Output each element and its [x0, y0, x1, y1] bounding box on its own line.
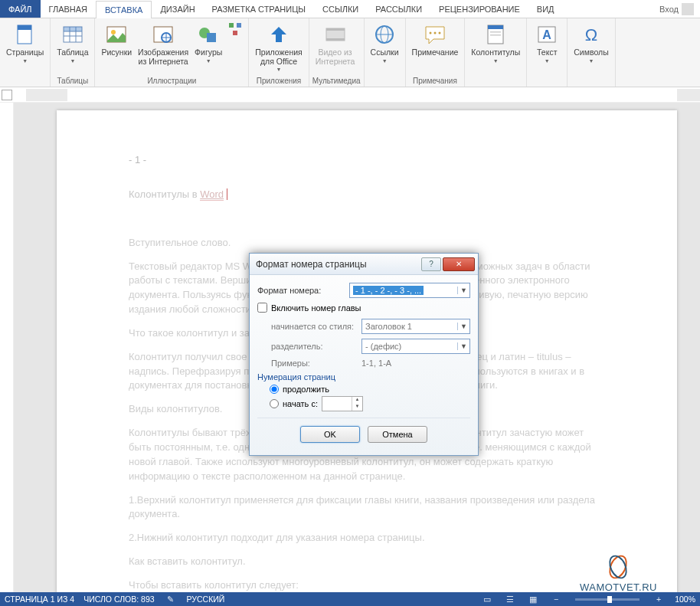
- svg-point-34: [607, 553, 630, 581]
- links-icon: [372, 22, 397, 47]
- online-pictures-label: Изображения из Интернета: [138, 48, 188, 66]
- watermark-icon: [604, 552, 633, 581]
- smartart-button[interactable]: [225, 20, 245, 40]
- comment-button[interactable]: Примечание: [409, 20, 462, 60]
- format-label: Формат номера:: [257, 286, 345, 295]
- online-pictures-button[interactable]: Изображения из Интернета: [135, 20, 191, 68]
- apps-label: Приложения для Office: [255, 48, 302, 66]
- pictures-icon: [104, 22, 129, 47]
- text-icon: A: [535, 22, 559, 47]
- tab-mailings[interactable]: РАССЫЛКИ: [367, 0, 430, 18]
- number-format-combo[interactable]: - 1 -, - 2 -, - 3 -, ... ▼: [349, 283, 470, 298]
- table-label: Таблица: [57, 48, 88, 57]
- tab-layout[interactable]: РАЗМЕТКА СТРАНИЦЫ: [204, 0, 314, 18]
- text-button[interactable]: A Текст ▼: [530, 20, 564, 66]
- style-label: начинается со стиля:: [271, 322, 357, 331]
- pictures-button[interactable]: Рисунки: [98, 20, 135, 60]
- dialog-title: Формат номера страницы: [256, 259, 420, 270]
- apps-button[interactable]: Приложения для Office ▼: [252, 20, 305, 74]
- zoom-out-icon[interactable]: −: [549, 594, 563, 604]
- ruler-scale: [26, 89, 700, 101]
- web-layout-icon[interactable]: ▦: [526, 594, 540, 604]
- document-title: Колонтитулы в Word: [129, 188, 605, 202]
- tab-design[interactable]: ДИЗАЙН: [152, 0, 203, 18]
- chapter-style-combo[interactable]: Заголовок 1 ▼: [361, 319, 470, 334]
- zoom-in-icon[interactable]: +: [652, 594, 666, 604]
- ok-button[interactable]: OK: [300, 426, 360, 443]
- pages-button[interactable]: Страницы ▼: [3, 20, 47, 66]
- svg-rect-1: [18, 25, 31, 30]
- links-button[interactable]: Ссылки ▼: [368, 20, 402, 66]
- header-footer-button[interactable]: Колонтитулы ▼: [468, 20, 523, 66]
- vertical-ruler[interactable]: [0, 103, 14, 592]
- chevron-down-icon: ▼: [382, 58, 388, 64]
- start-at-radio[interactable]: [270, 399, 279, 408]
- tab-review[interactable]: РЕЦЕНЗИРОВАНИЕ: [430, 0, 528, 18]
- dialog-titlebar[interactable]: Формат номера страницы ? ✕: [250, 254, 478, 275]
- apps-icon: [267, 22, 291, 47]
- shapes-button[interactable]: Фигуры ▼: [191, 20, 225, 66]
- pictures-label: Рисунки: [101, 48, 132, 57]
- chevron-down-icon: ▼: [206, 58, 211, 64]
- login-button[interactable]: Вход: [653, 0, 700, 18]
- tab-insert[interactable]: ВСТАВКА: [96, 1, 152, 18]
- help-button[interactable]: ?: [421, 257, 441, 271]
- header-label: Колонтитулы: [471, 48, 520, 57]
- group-media-label: Мультимедиа: [312, 76, 361, 87]
- svg-rect-27: [488, 25, 503, 29]
- numbering-section-label: Нумерация страниц: [257, 372, 470, 382]
- zoom-value[interactable]: 100%: [675, 595, 695, 604]
- group-text-label: [530, 76, 564, 87]
- continue-label: продолжить: [283, 385, 329, 394]
- separator-combo[interactable]: - (дефис) ▼: [361, 339, 470, 354]
- pages-icon: [13, 22, 38, 47]
- chapter-style-value: Заголовок 1: [365, 322, 412, 331]
- proofing-icon[interactable]: ✎: [164, 594, 178, 604]
- online-video-button[interactable]: Видео из Интернета: [312, 20, 358, 68]
- svg-rect-7: [64, 27, 82, 31]
- chevron-down-icon: ▼: [589, 58, 594, 64]
- spin-down-icon[interactable]: ▼: [352, 404, 362, 411]
- print-layout-icon[interactable]: ☰: [503, 594, 517, 604]
- pages-label: Страницы: [6, 48, 44, 57]
- tab-view[interactable]: ВИД: [528, 0, 563, 18]
- table-button[interactable]: Таблица ▼: [54, 20, 91, 66]
- zoom-slider[interactable]: [575, 598, 639, 601]
- svg-rect-29: [490, 34, 501, 36]
- svg-rect-19: [326, 38, 345, 41]
- svg-text:Ω: Ω: [585, 25, 597, 44]
- table-icon: [61, 22, 85, 47]
- tab-references[interactable]: ССЫЛКИ: [314, 0, 367, 18]
- ribbon: Страницы ▼ Таблица ▼ Таблицы Рисунки Изо…: [0, 18, 700, 87]
- cancel-button[interactable]: Отмена: [368, 426, 427, 443]
- tab-file[interactable]: ФАЙЛ: [0, 0, 41, 18]
- svg-point-24: [433, 32, 436, 34]
- status-page[interactable]: СТРАНИЦА 1 ИЗ 4: [5, 595, 74, 604]
- chevron-down-icon: ▼: [457, 342, 469, 350]
- body-text: Как вставить колонтитул.: [129, 555, 605, 569]
- tab-home[interactable]: ГЛАВНАЯ: [41, 0, 96, 18]
- video-icon: [323, 22, 348, 47]
- body-text: Вступительное слово.: [129, 236, 605, 251]
- status-language[interactable]: РУССКИЙ: [187, 595, 225, 604]
- close-button[interactable]: ✕: [443, 257, 475, 271]
- body-text: 2.Нижний колонтитул подходит для указани…: [129, 531, 605, 545]
- start-at-spinner[interactable]: ▲▼: [322, 396, 363, 411]
- status-words[interactable]: ЧИСЛО СЛОВ: 893: [83, 595, 154, 604]
- body-text: Чтобы вставить колонтитул следует:: [129, 578, 605, 592]
- comment-icon: [423, 22, 447, 47]
- login-label: Вход: [659, 5, 679, 14]
- status-bar: СТРАНИЦА 1 ИЗ 4 ЧИСЛО СЛОВ: 893 ✎ РУССКИ…: [0, 592, 700, 606]
- avatar-icon: [682, 3, 694, 15]
- include-chapter-checkbox[interactable]: [257, 303, 267, 313]
- continue-radio[interactable]: [270, 385, 279, 394]
- spin-up-icon[interactable]: ▲: [352, 397, 362, 404]
- chevron-down-icon: ▼: [70, 58, 75, 64]
- svg-point-23: [429, 32, 431, 34]
- examples-value: 1-1, 1-A: [361, 359, 391, 368]
- read-mode-icon[interactable]: ▭: [480, 594, 494, 604]
- ruler-corner[interactable]: [2, 90, 12, 100]
- symbols-label: Символы: [574, 48, 608, 57]
- horizontal-ruler[interactable]: [0, 87, 700, 103]
- symbols-button[interactable]: Ω Символы ▼: [571, 20, 611, 66]
